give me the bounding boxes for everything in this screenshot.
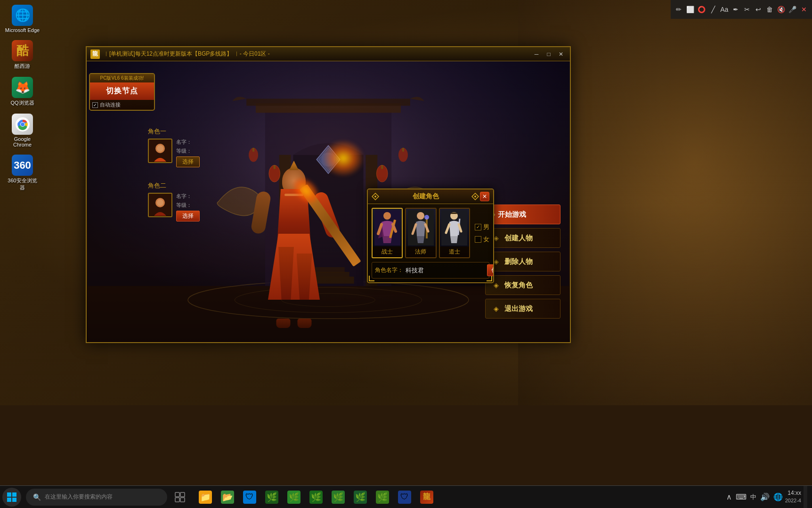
game3-icon: 🌿: [309, 491, 323, 504]
start-button[interactable]: [0, 486, 24, 508]
hero-character: [247, 168, 341, 328]
game-window: 龍 ︳[单机测试]每天12点准时更新版本【BGP多线路】 ︳- 今日01区 - …: [86, 46, 571, 343]
delete-char-button[interactable]: ◈ 删除人物: [485, 252, 560, 271]
start-game-button[interactable]: » 开始游戏: [485, 205, 560, 224]
dialog-title-text: 创建角色: [372, 192, 480, 201]
game-window-icon: 龍: [90, 49, 100, 59]
game5-icon: 🌿: [354, 491, 367, 504]
taskbar-clock[interactable]: 14:xx 2022-4: [785, 489, 801, 504]
text-icon[interactable]: Aa: [719, 3, 730, 16]
clock-time: 14:xx: [785, 489, 801, 497]
toolbar-close-icon[interactable]: ✕: [798, 3, 810, 16]
svg-rect-26: [252, 148, 254, 152]
svg-rect-51: [12, 492, 16, 497]
menu-buttons: » 开始游戏 ◈ 创建人物 ◈ 删除人物 ◈ 恢复角色 ◈ 退出游戏: [485, 205, 560, 319]
icon-qq-browser[interactable]: 🦊 QQ浏览器: [5, 77, 40, 107]
class-card-archer[interactable]: 道士: [439, 208, 470, 258]
desktop-icons: 🌐 Microsoft Edge 酷 酷西游 🦊 QQ浏览器: [5, 5, 40, 191]
icon-google-chrome[interactable]: GoogleChrome: [5, 114, 40, 147]
win-maximize-button[interactable]: □: [544, 50, 554, 58]
taskbar-app-game2[interactable]: 🌿: [284, 487, 304, 508]
icon-label-chrome: GoogleChrome: [13, 136, 32, 147]
taskbar-search[interactable]: 🔍 在这里输入你要搜索的内容: [26, 489, 167, 506]
dialog-close-button[interactable]: ✕: [480, 192, 489, 201]
icon-xiyou[interactable]: 酷 酷西游: [5, 40, 40, 70]
desktop: ✏ ⬜ ⭕ ╱ Aa ✒ ✂ ↩ 🗑 🔇 🎤 ✕ 🌐 Microsoft Edg…: [0, 0, 812, 405]
dialog-body: 战士: [368, 204, 493, 282]
gender-female-checkbox[interactable]: [475, 236, 481, 243]
taskbar-apps: 📁 📂 🛡 🌿 🌿 🌿 🌿 🌿 🌿 🛡 龍: [195, 487, 437, 508]
icon-label-qq: QQ浏览器: [10, 99, 34, 107]
start-game-label: 开始游戏: [498, 210, 526, 219]
create-character-button[interactable]: 创 建: [487, 264, 494, 276]
pencil-icon[interactable]: ✏: [673, 3, 684, 16]
taskbar-app-game5[interactable]: 🌿: [350, 487, 371, 508]
warrior-arm-right: [312, 190, 341, 239]
rect-icon[interactable]: ⬜: [684, 3, 696, 16]
restore-char-button[interactable]: ◈ 恢复角色: [485, 275, 560, 295]
name-input-row: 角色名字： 创 建: [372, 262, 489, 279]
game6-icon: 🌿: [376, 491, 389, 504]
undo-icon[interactable]: ↩: [753, 3, 764, 16]
auto-connect-row: ✓ 自动连接: [90, 100, 154, 110]
taskbar-app-defender[interactable]: 🛡: [239, 487, 260, 508]
class-card-warrior[interactable]: 战士: [372, 208, 403, 258]
char-select-button-2[interactable]: 选择: [176, 211, 200, 221]
icon-360-browser[interactable]: 360 360安全浏览器: [5, 155, 40, 191]
delete-icon[interactable]: 🗑: [764, 3, 775, 16]
warrior-class-image: [373, 209, 402, 246]
tray-ime-icon[interactable]: 中: [750, 493, 756, 501]
archer-class-image: [440, 209, 469, 246]
auto-connect-checkbox[interactable]: ✓: [92, 102, 98, 108]
taskbar-app-game1[interactable]: 🌿: [261, 487, 282, 508]
switch-node-button[interactable]: 切换节点: [90, 82, 154, 100]
tray-up-arrow[interactable]: ∧: [726, 492, 732, 501]
line-icon[interactable]: ╱: [707, 3, 719, 16]
svg-rect-56: [175, 498, 179, 502]
create-char-button[interactable]: ◈ 创建人物: [485, 228, 560, 248]
tray-keyboard-icon[interactable]: ⌨: [736, 492, 747, 501]
gender-male-checkbox[interactable]: ✓: [475, 224, 481, 230]
svg-point-37: [157, 199, 163, 206]
taskbar-app-files[interactable]: 📂: [217, 487, 238, 508]
tray-network-icon[interactable]: 🌐: [773, 492, 783, 501]
char-select-button-1[interactable]: 选择: [176, 156, 200, 167]
taskbar-app-game3[interactable]: 🌿: [306, 487, 326, 508]
class-selection-row: 战士: [372, 208, 489, 258]
mic-icon[interactable]: 🎤: [787, 3, 798, 16]
explorer-icon: 📁: [199, 491, 212, 504]
char-avatar-1: [148, 139, 172, 163]
mute-icon[interactable]: 🔇: [776, 3, 787, 16]
mage-class-image: [406, 209, 435, 246]
icon-label-360: 360安全浏览器: [8, 177, 37, 191]
taskbar-app-security[interactable]: 🛡: [394, 487, 415, 508]
tray-volume-icon[interactable]: 🔊: [760, 492, 770, 501]
scissors-icon[interactable]: ✂: [741, 3, 753, 16]
taskbar-app-dragon[interactable]: 龍: [416, 487, 437, 508]
taskbar-app-game4[interactable]: 🌿: [328, 487, 349, 508]
windows-logo: [2, 488, 21, 507]
name-input-field[interactable]: [406, 267, 485, 274]
exit-game-button[interactable]: ◈ 退出游戏: [485, 299, 560, 319]
switch-node-header-text: PC版VL6 6装装成功!: [90, 74, 154, 82]
icon-microsoft-edge[interactable]: 🌐 Microsoft Edge: [5, 5, 40, 33]
warrior-robe: [268, 234, 320, 300]
marker-icon[interactable]: ✒: [730, 3, 741, 16]
gender-male-option[interactable]: ✓ 男: [475, 223, 489, 231]
svg-point-41: [383, 212, 391, 220]
show-desktop-button[interactable]: [804, 486, 807, 508]
warrior-arm-left: [250, 190, 271, 235]
security-icon: 🛡: [398, 491, 411, 504]
win-close-button[interactable]: ✕: [556, 50, 566, 58]
circle-icon[interactable]: ⭕: [696, 3, 707, 16]
taskbar-app-game6[interactable]: 🌿: [372, 487, 393, 508]
class-card-mage[interactable]: 法师: [405, 208, 436, 258]
taskbar-app-explorer[interactable]: 📁: [195, 487, 216, 508]
gender-female-option[interactable]: 女: [475, 235, 489, 244]
task-view-button[interactable]: [170, 487, 190, 508]
win-minimize-button[interactable]: ─: [531, 50, 542, 58]
svg-point-3: [21, 123, 24, 126]
name-input-label: 角色名字：: [375, 266, 403, 274]
game-titlebar: 龍 ︳[单机测试]每天12点准时更新版本【BGP多线路】 ︳- 今日01区 - …: [87, 47, 570, 61]
dragon-game-icon: 龍: [420, 491, 433, 504]
